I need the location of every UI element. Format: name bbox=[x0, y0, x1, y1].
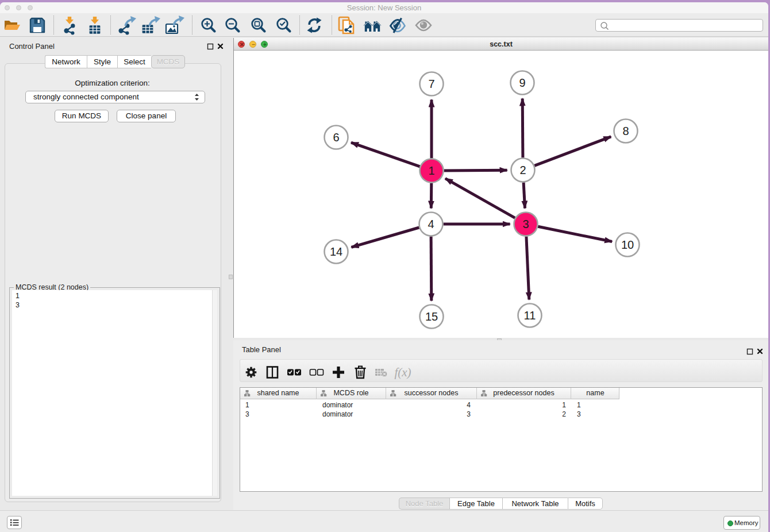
svg-text:7: 7 bbox=[428, 78, 434, 90]
svg-text:14: 14 bbox=[330, 245, 342, 258]
svg-text:15: 15 bbox=[425, 310, 438, 323]
svg-text:8: 8 bbox=[622, 125, 629, 137]
svg-text:f(x): f(x) bbox=[394, 365, 411, 379]
svg-text:9: 9 bbox=[519, 76, 525, 89]
svg-text:4: 4 bbox=[428, 218, 434, 230]
svg-text:10: 10 bbox=[621, 238, 634, 251]
svg-text:11: 11 bbox=[524, 309, 536, 322]
svg-text:1: 1 bbox=[428, 164, 434, 177]
svg-text:6: 6 bbox=[333, 131, 339, 144]
svg-text:3: 3 bbox=[522, 218, 529, 230]
svg-text:2: 2 bbox=[519, 164, 526, 176]
